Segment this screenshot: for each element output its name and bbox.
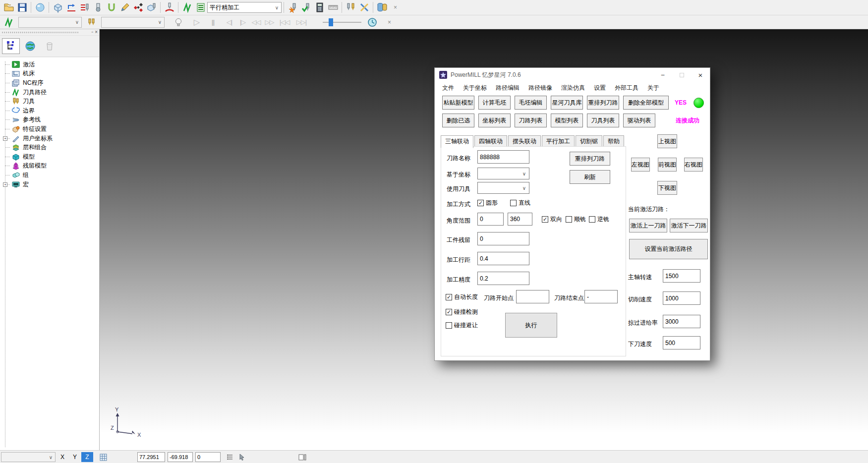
float-panel-icon[interactable]: ▫ <box>92 29 94 35</box>
axis-z-button[interactable]: Z <box>81 452 93 462</box>
block-tool-button[interactable] <box>145 1 158 14</box>
block-sphere-button[interactable] <box>33 1 47 14</box>
sim-rewind-button[interactable]: ◁◁ <box>249 16 263 29</box>
collision-avoid-checkbox[interactable]: 碰撞避让 <box>446 321 478 330</box>
leads-links-button[interactable] <box>78 1 91 14</box>
coord-list-button[interactable]: 坐标列表 <box>478 114 511 127</box>
view-left-button[interactable]: 左视图 <box>631 158 650 172</box>
sim-toolpath-button[interactable] <box>2 16 15 29</box>
sim-pause-button[interactable]: || <box>206 16 220 29</box>
paste-new-model-button[interactable]: 粘贴新模型 <box>442 96 474 110</box>
sim-preview-button[interactable] <box>172 16 185 29</box>
tool-library-button[interactable]: 星河刀具库 <box>551 96 583 110</box>
tree-item-activate[interactable]: 激活 <box>0 60 99 69</box>
expand-icon[interactable]: + <box>3 136 7 141</box>
view-right-button[interactable]: 右视图 <box>684 158 703 172</box>
close-panel-icon[interactable]: × <box>95 29 98 35</box>
delete-all-models-button[interactable]: 删除全部模型 <box>623 96 669 110</box>
menu-about[interactable]: 关于 <box>643 83 664 93</box>
points-button[interactable] <box>131 1 145 14</box>
view-front-button[interactable]: 前视图 <box>658 158 677 172</box>
tree-item-workplanes[interactable]: + 用户坐标系 <box>0 134 99 143</box>
stock-input[interactable] <box>477 232 529 245</box>
tool-ball-button[interactable] <box>91 1 105 14</box>
refresh-button[interactable]: 刷新 <box>570 170 610 184</box>
set-active-path-button[interactable]: 设置当前激活路径 <box>629 239 708 259</box>
menu-settings[interactable]: 设置 <box>589 83 610 93</box>
calculator-button[interactable] <box>313 1 326 14</box>
toolpath-name-input[interactable] <box>477 150 529 164</box>
tree-item-toolpaths[interactable]: 刀具路径 <box>0 88 99 97</box>
collision-check-checkbox[interactable]: ✓ 碰撞检测 <box>446 308 478 316</box>
tree-item-boundaries[interactable]: 边界 <box>0 106 99 116</box>
reorder-toolpaths-button-2[interactable]: 重排列刀路 <box>570 152 610 166</box>
sim-toolbar-close-button[interactable]: × <box>383 16 396 29</box>
tab-3axis[interactable]: 三轴联动 <box>441 135 473 148</box>
execute-button[interactable]: 执行 <box>505 313 557 338</box>
use-tool-dropdown[interactable]: ∨ <box>477 182 529 194</box>
ruler-button[interactable] <box>326 1 340 14</box>
menu-path-mirror[interactable]: 路径镜像 <box>524 83 557 93</box>
tolerance-input[interactable] <box>477 272 529 285</box>
explorer-grip[interactable]: ▫ × <box>0 29 99 36</box>
tree-item-nc-programs[interactable]: NC程序 <box>0 78 99 88</box>
main-toolbar-close-button[interactable]: × <box>389 1 402 14</box>
view-bottom-button[interactable]: 下视图 <box>657 181 677 195</box>
sim-speed-slider[interactable] <box>323 17 361 27</box>
tab-explorer-tree[interactable] <box>2 38 20 54</box>
feeds-speeds-button[interactable] <box>163 1 176 14</box>
database-button[interactable] <box>375 1 389 14</box>
cursor-y-input[interactable] <box>168 452 193 462</box>
tree-item-feature-sets[interactable]: 特征设置 <box>0 124 99 134</box>
based-coord-dropdown[interactable]: ∨ <box>477 168 529 179</box>
tool-star-button[interactable] <box>286 1 299 14</box>
tool-check-button[interactable] <box>299 1 313 14</box>
rapid-heights-button[interactable] <box>64 1 78 14</box>
toolpath-button[interactable] <box>180 1 194 14</box>
sim-skip-start-button[interactable]: |◁◁ <box>276 16 293 29</box>
plunge-speed-input[interactable] <box>663 336 700 349</box>
tree-item-levels-sets[interactable]: 层和组合 <box>0 143 99 152</box>
statusbar-dropdown[interactable]: ∨ <box>1 452 56 462</box>
model-list-button[interactable]: 模型列表 <box>551 114 583 127</box>
drive-list-button[interactable]: 驱动列表 <box>623 114 655 127</box>
climb-mill-checkbox[interactable]: 顺铣 <box>566 215 586 224</box>
cross-tools-button[interactable] <box>357 1 371 14</box>
block-edit-button[interactable]: 毛坯编辑 <box>515 96 547 110</box>
sim-tool-button[interactable] <box>85 16 98 29</box>
method-line-checkbox[interactable]: 直线 <box>510 199 530 207</box>
tree-item-groups[interactable]: 组 <box>0 171 99 180</box>
split-view-button[interactable] <box>297 452 307 462</box>
menu-render-sim[interactable]: 渲染仿真 <box>557 83 589 93</box>
two-tools-button[interactable] <box>344 1 357 14</box>
toolpath-list-button[interactable]: 刀路列表 <box>515 114 547 127</box>
cursor-z-input[interactable] <box>195 452 221 462</box>
activate-next-toolpath-button[interactable]: 激活下一刀路 <box>670 219 708 232</box>
boundary-button[interactable] <box>105 1 118 14</box>
dialog-close-button[interactable]: × <box>691 68 710 82</box>
tree-item-machine[interactable]: 机床 <box>0 69 99 79</box>
tree-item-tools[interactable]: 刀具 <box>0 97 99 106</box>
calc-block-button[interactable]: 计算毛坯 <box>478 96 511 110</box>
start-point-input[interactable] <box>516 290 549 303</box>
tree-item-macros[interactable]: + 宏 <box>0 180 99 189</box>
menu-path-edit[interactable]: 路径编辑 <box>491 83 524 93</box>
dialog-minimize-button[interactable]: – <box>653 68 672 82</box>
sim-toolpath-dropdown[interactable]: ∨ <box>18 17 82 28</box>
strategy-list-button[interactable] <box>194 1 207 14</box>
sim-play-button[interactable]: ▷ <box>190 16 203 29</box>
pick-cursor-button[interactable] <box>237 452 246 462</box>
sim-step-forward-button[interactable]: |▷ <box>236 16 249 29</box>
stepover-input[interactable] <box>477 252 529 265</box>
pattern-button[interactable] <box>118 1 131 14</box>
grid-toggle-button[interactable] <box>98 452 108 462</box>
cutting-speed-input[interactable] <box>663 291 700 305</box>
tree-item-patterns[interactable]: 参考线 <box>0 116 99 125</box>
sim-skip-end-button[interactable]: ▷▷| <box>293 16 310 29</box>
sim-clock-button[interactable] <box>365 16 379 29</box>
tab-explorer-recycle[interactable] <box>41 38 58 54</box>
spindle-speed-input[interactable] <box>663 269 700 283</box>
activate-prev-toolpath-button[interactable]: 激活上一刀路 <box>629 219 667 232</box>
auto-length-checkbox[interactable]: ✓ 自动长度 <box>446 293 478 301</box>
bidirectional-checkbox[interactable]: ✓ 双向 <box>542 215 562 224</box>
